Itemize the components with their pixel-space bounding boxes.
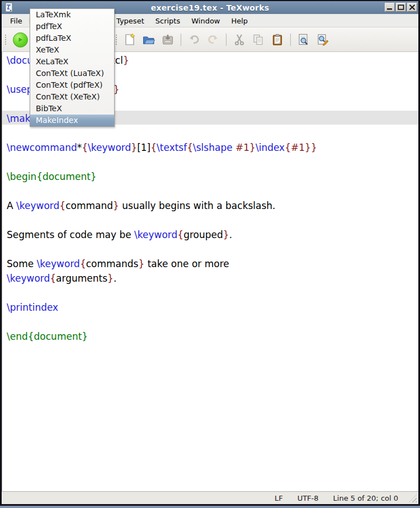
toolbar-separator bbox=[226, 34, 226, 46]
toolbar-edit-group bbox=[116, 27, 331, 52]
code-line: \keyword{arguments}. bbox=[7, 271, 116, 286]
replace-button[interactable] bbox=[314, 31, 331, 48]
menu-file[interactable]: File bbox=[7, 17, 25, 25]
maximize-button[interactable] bbox=[396, 3, 406, 12]
redo-icon bbox=[206, 33, 220, 46]
typeset-menu-item-latexmk[interactable]: LaTeXmk bbox=[30, 9, 114, 21]
find-icon bbox=[297, 33, 310, 46]
minimize-icon bbox=[386, 4, 393, 10]
typeset-menu-item-context-luatex[interactable]: ConTeXt (LuaTeX) bbox=[30, 68, 114, 79]
typeset-menu-item-pdflatex[interactable]: pdfLaTeX bbox=[30, 32, 114, 44]
code-line: \printindex bbox=[7, 300, 58, 315]
menu-window[interactable]: Window bbox=[188, 17, 223, 25]
copy-button[interactable] bbox=[250, 31, 267, 48]
menu-typeset[interactable]: Typeset bbox=[114, 17, 147, 25]
typeset-menu: LaTeXmkpdfTeXpdfLaTeXXeTeXXeLaTeXConTeXt… bbox=[30, 8, 115, 127]
redo-button[interactable] bbox=[205, 31, 221, 48]
app-icon[interactable] bbox=[5, 2, 13, 13]
toolbar-drag-handle[interactable] bbox=[5, 35, 6, 45]
copy-icon bbox=[252, 33, 265, 46]
find-button[interactable] bbox=[295, 31, 312, 48]
find-replace-icon bbox=[316, 33, 329, 46]
code-line: \newcommand*{\keyword}[1]{\textsf{\slsha… bbox=[7, 140, 317, 155]
minimize-button[interactable] bbox=[385, 3, 395, 12]
play-icon bbox=[13, 32, 28, 48]
menu-scripts[interactable]: Scripts bbox=[153, 17, 183, 25]
save-icon bbox=[161, 33, 174, 46]
code-line: \begin{document} bbox=[7, 169, 97, 184]
code-line: Segments of code may be \keyword{grouped… bbox=[7, 227, 232, 242]
new-document-button[interactable] bbox=[121, 31, 138, 48]
typeset-run-button[interactable] bbox=[12, 31, 29, 48]
encoding-indicator: UTF-8 bbox=[298, 494, 319, 502]
close-icon bbox=[409, 4, 416, 10]
paste-clipboard-icon bbox=[271, 33, 284, 46]
cursor-position-indicator: Line 5 of 20; col 0 bbox=[333, 494, 398, 502]
typeset-menu-item-makeindex[interactable]: MakeIndex bbox=[30, 115, 114, 126]
maximize-icon bbox=[398, 4, 404, 10]
close-button[interactable] bbox=[407, 3, 417, 12]
undo-icon bbox=[187, 33, 201, 46]
toolbar-separator bbox=[290, 34, 291, 46]
typeset-menu-item-bibtex[interactable]: BibTeX bbox=[30, 103, 114, 115]
window-controls bbox=[385, 3, 417, 12]
menu-help[interactable]: Help bbox=[228, 17, 251, 25]
typeset-menu-item-xelatex[interactable]: XeLaTeX bbox=[30, 56, 114, 68]
window-frame: exercise19.tex - TeXworks File Edit Ty bbox=[0, 0, 420, 508]
typeset-menu-item-xetex[interactable]: XeTeX bbox=[30, 44, 114, 56]
toolbar-typeset-group bbox=[5, 27, 29, 52]
undo-button[interactable] bbox=[186, 31, 202, 48]
paste-button[interactable] bbox=[269, 31, 286, 48]
code-line: A \keyword{command} usually begins with … bbox=[7, 198, 276, 213]
cut-button[interactable] bbox=[231, 31, 248, 48]
statusbar: LF UTF-8 Line 5 of 20; col 0 bbox=[2, 491, 418, 504]
typeset-menu-item-context-pdftex[interactable]: ConTeXt (pdfTeX) bbox=[30, 79, 114, 91]
toolbar-drag-handle[interactable] bbox=[116, 35, 117, 45]
open-button[interactable] bbox=[140, 31, 157, 48]
line-ending-indicator: LF bbox=[275, 494, 283, 502]
menubar-right: Typeset Scripts Window Help bbox=[114, 14, 251, 27]
resize-grip[interactable] bbox=[409, 495, 417, 502]
new-document-icon bbox=[123, 33, 136, 46]
typeset-menu-item-pdftex[interactable]: pdfTeX bbox=[30, 21, 114, 32]
toolbar-separator bbox=[181, 34, 181, 46]
cut-scissors-icon bbox=[233, 33, 246, 46]
typeset-menu-item-context-xetex[interactable]: ConTeXt (XeTeX) bbox=[30, 91, 114, 103]
code-line: Some \keyword{commands} take one or more bbox=[7, 257, 229, 271]
code-line: \end{document} bbox=[7, 329, 88, 344]
open-folder-icon bbox=[142, 33, 155, 46]
save-button[interactable] bbox=[159, 31, 176, 48]
